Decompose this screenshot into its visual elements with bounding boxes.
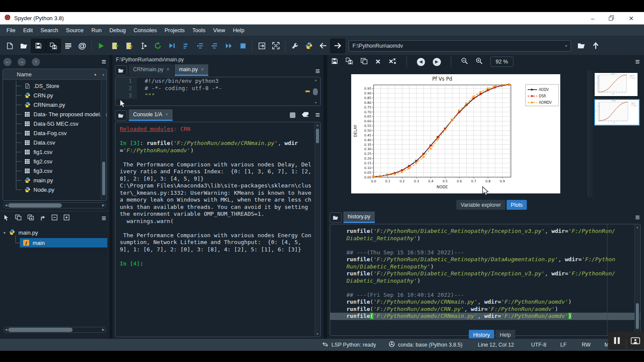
history-options-icon[interactable]: ≡ <box>635 214 640 220</box>
outline-copy-add-icon[interactable] <box>27 214 34 222</box>
menu-item-view[interactable]: View <box>209 25 229 35</box>
plots-options-icon[interactable]: ≡ <box>635 59 640 65</box>
outline-expand-icon[interactable] <box>64 214 70 222</box>
zoom-out-icon[interactable] <box>461 57 468 66</box>
open-file-button[interactable] <box>17 39 31 53</box>
tab-crnmain.py[interactable]: CRNmain.py× <box>129 64 174 76</box>
run-cell-button[interactable] <box>108 39 122 53</box>
debug-step-into-icon[interactable] <box>193 39 207 53</box>
menu-item-run[interactable]: Run <box>88 25 106 35</box>
minimize-button[interactable]: – <box>591 15 594 21</box>
run-cell-advance-button[interactable] <box>122 39 137 53</box>
plot-thumbnail-1[interactable]: Pf Vs Pd0.00.10.20.30.40.50.60.70.80.90.… <box>594 72 638 97</box>
file-row[interactable]: CRN.py <box>3 90 106 100</box>
outline-copy-icon[interactable] <box>15 214 21 222</box>
scroll-right-icon[interactable]: ▶ <box>102 203 105 208</box>
scroll-up-icon[interactable]: ▲ <box>314 78 317 81</box>
open-external-icon[interactable] <box>255 39 269 53</box>
files-scrollbar[interactable] <box>101 80 106 200</box>
debug-continue-icon[interactable] <box>222 39 236 53</box>
outline-options-icon[interactable]: ≡ <box>101 215 106 221</box>
preferences-wrench-icon[interactable] <box>288 39 302 53</box>
menu-item-search[interactable]: Search <box>36 25 62 35</box>
file-row[interactable]: fig3.csv <box>3 166 106 175</box>
menu-item-file[interactable]: File <box>3 25 19 35</box>
outline-goto-cursor-icon[interactable] <box>40 214 46 223</box>
history-scrollbar[interactable]: ▲ ▼ <box>635 225 640 335</box>
file-row[interactable]: fig2.csv <box>3 157 106 166</box>
close-icon[interactable]: × <box>201 66 204 72</box>
code-editor[interactable]: 1#!/usr/bin/env python32# -*- coding: ut… <box>115 77 321 106</box>
close-icon[interactable]: × <box>165 112 168 118</box>
file-switcher-icon[interactable] <box>61 39 75 53</box>
debug-step-over-icon[interactable] <box>179 39 193 53</box>
outline-hscrollbar[interactable]: ◀ ▶ <box>3 327 106 333</box>
tree-collapse-icon[interactable]: ▾ <box>3 230 6 235</box>
debug-file-button[interactable] <box>165 39 179 53</box>
files-hscrollbar[interactable]: ◀ ▶ <box>3 202 106 208</box>
explorer-parent-icon[interactable]: ↑ <box>32 58 40 66</box>
file-row[interactable]: Node.py <box>3 185 106 194</box>
overlay-pause-button[interactable] <box>608 332 626 350</box>
close-icon[interactable]: × <box>167 66 170 72</box>
plots-scrollbar[interactable] <box>588 70 592 197</box>
zoom-in-icon[interactable] <box>476 57 483 66</box>
menu-item-source[interactable]: Source <box>62 25 88 35</box>
run-selection-button[interactable] <box>137 39 151 53</box>
file-row[interactable]: main.py <box>3 175 106 185</box>
file-row[interactable]: Data-Fog.csv <box>3 128 106 138</box>
debug-stop-button[interactable] <box>236 39 250 53</box>
forward-button[interactable] <box>330 39 345 53</box>
menu-item-tools[interactable]: Tools <box>188 25 209 35</box>
file-row[interactable]: Data- The proposed model.csv <box>3 109 106 119</box>
save-button[interactable] <box>31 39 46 53</box>
run-file-button[interactable] <box>94 39 108 53</box>
menu-item-edit[interactable]: Edit <box>19 25 36 35</box>
browse-directory-button[interactable] <box>574 39 589 53</box>
menu-item-consoles[interactable]: Consoles <box>130 25 161 35</box>
save-plot-icon[interactable] <box>331 58 338 66</box>
tab-history-py[interactable]: history.py <box>343 211 375 223</box>
outline-collapse-icon[interactable] <box>52 214 58 222</box>
file-row[interactable]: Data-5G MEC.csv <box>3 119 106 128</box>
console-options-icon[interactable]: ≡ <box>315 112 320 118</box>
zoom-level[interactable]: 92 % <box>490 57 514 67</box>
tab-console-1a[interactable]: Console 1/A × <box>129 109 173 121</box>
close-button[interactable]: ✕ <box>629 15 634 21</box>
tab-variable-explorer[interactable]: Variable explorer <box>456 200 505 210</box>
plot-canvas[interactable]: Pf Vs Pd0.00.10.20.30.40.50.60.70.80.90.… <box>351 74 560 193</box>
editor-scroll-thumb[interactable] <box>313 88 318 95</box>
scroll-left-icon[interactable]: ◀ <box>5 327 7 332</box>
working-directory-input[interactable]: F:\PythonRun\aomdv ▾ <box>349 40 571 51</box>
save-all-button[interactable] <box>46 39 61 53</box>
python-env-icon[interactable] <box>302 39 316 53</box>
browse-history-icon[interactable] <box>330 212 342 223</box>
maximize-pane-icon[interactable] <box>269 39 283 53</box>
copy-plot-icon[interactable] <box>361 58 368 66</box>
scroll-up-icon[interactable]: ▲ <box>102 73 105 76</box>
browse-tabs-icon[interactable] <box>115 65 127 75</box>
remove-all-plots-icon[interactable] <box>389 58 397 66</box>
menu-item-projects[interactable]: Projects <box>161 25 188 35</box>
next-plot-icon[interactable]: ▶ <box>433 58 441 66</box>
clear-console-icon[interactable] <box>301 111 309 119</box>
editor-options-icon[interactable]: ≡ <box>315 68 320 74</box>
file-row[interactable]: CRNmain.py <box>3 100 106 109</box>
browse-consoles-icon[interactable] <box>115 110 127 121</box>
explorer-forward-icon[interactable]: → <box>18 58 26 66</box>
rerun-file-button[interactable] <box>151 39 165 53</box>
outline-cursor-icon[interactable] <box>3 214 9 223</box>
debug-step-return-icon[interactable] <box>207 39 222 53</box>
save-all-plots-icon[interactable] <box>346 57 353 66</box>
overlay-webcam-button[interactable] <box>626 332 644 350</box>
scroll-right-icon[interactable]: ▶ <box>102 327 105 332</box>
chevron-down-icon[interactable]: ▾ <box>565 44 567 48</box>
files-header[interactable]: Name ▲ ▲ <box>3 69 106 80</box>
tab-main.py[interactable]: main.py× <box>175 64 208 76</box>
file-row[interactable]: Data.csv <box>3 138 106 147</box>
restore-button[interactable] <box>609 15 614 21</box>
explorer-back-icon[interactable]: ← <box>3 58 12 66</box>
outline-item-main[interactable]: f main <box>20 238 107 247</box>
scroll-down-icon[interactable]: ▼ <box>314 101 317 104</box>
symbol-finder-icon[interactable]: @ <box>75 39 89 53</box>
